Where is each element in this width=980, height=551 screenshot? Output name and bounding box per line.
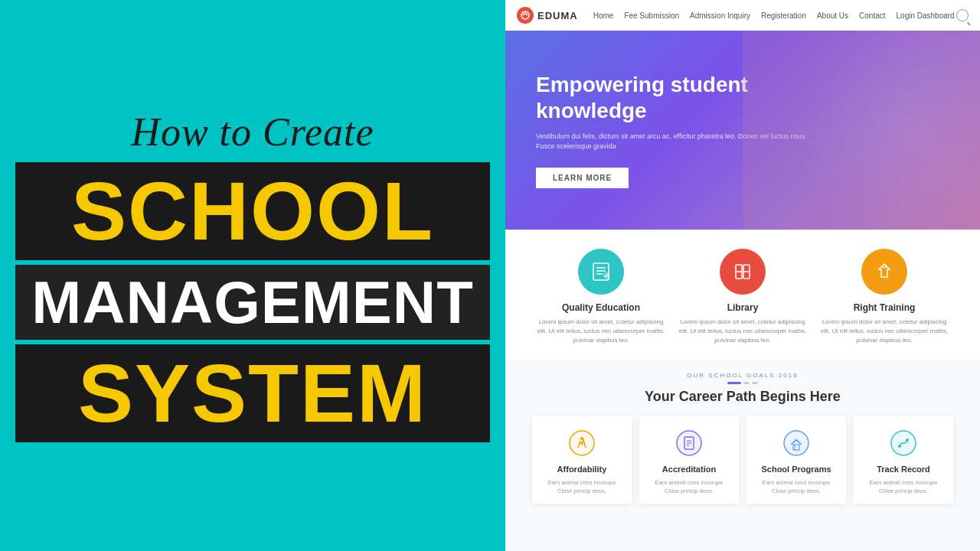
search-icon[interactable] (956, 9, 969, 21)
hero-overlay (743, 31, 980, 230)
bottom-teal-bar (0, 513, 505, 551)
nav-home[interactable]: Home (593, 11, 614, 20)
school-block: SCHOOL (15, 162, 490, 260)
nav-login[interactable]: Login Dashboard (897, 11, 955, 20)
management-block: MANAGEMENT (15, 265, 490, 340)
nav-registration[interactable]: Registeration (761, 11, 806, 20)
nav-about[interactable]: About Us (817, 11, 848, 20)
features-section: Quality Education Lorem ipsum dolor sit … (505, 230, 980, 360)
accreditation-title: Accreditation (662, 465, 716, 474)
feature-quality: Quality Education Lorem ipsum dolor sit … (536, 249, 666, 345)
affordability-title: Affordability (557, 465, 607, 474)
career-title: Your Career Path Begins Here (521, 389, 965, 405)
dot-gray2 (752, 382, 758, 384)
navbar-logo: EDUMA (517, 7, 578, 24)
career-cards: Affordability Earn animal cons incorupe … (521, 416, 965, 504)
track-record-desc: Earn animal cons incorupe Close princip … (861, 478, 946, 496)
nav-contact[interactable]: Contact (859, 11, 885, 20)
svg-point-9 (580, 437, 583, 440)
logo-text: EDUMA (537, 10, 578, 21)
svg-point-19 (906, 439, 909, 442)
accreditation-desc: Earn animal cons incorupe Close princip … (647, 478, 731, 496)
card-affordability: Affordability Earn animal cons incorupe … (532, 416, 632, 504)
training-icon (861, 249, 907, 295)
svg-point-18 (898, 445, 901, 448)
navbar: EDUMA Home Fee Submission Admission Inqu… (505, 0, 980, 31)
left-panel: How to Create SCHOOL MANAGEMENT SYSTEM (0, 0, 505, 551)
career-section: OUR SCHOOL GOALS 2019 Your Career Path B… (505, 360, 980, 551)
card-track-record: Track Record Earn animal cons incorupe C… (854, 416, 953, 504)
quality-title: Quality Education (562, 302, 640, 313)
accreditation-icon (674, 428, 704, 458)
career-dots (521, 382, 965, 384)
svg-point-7 (883, 265, 886, 268)
right-panel: EDUMA Home Fee Submission Admission Inqu… (505, 0, 980, 551)
how-to-create-text: How to Create (131, 109, 374, 155)
library-title: Library (727, 302, 759, 313)
track-record-icon (888, 428, 919, 458)
nav-fee[interactable]: Fee Submission (624, 11, 679, 20)
training-title: Right Training (854, 302, 916, 313)
career-label: OUR SCHOOL GOALS 2019 (521, 372, 965, 379)
nav-admission[interactable]: Admission Inquiry (690, 11, 750, 20)
affordability-icon (567, 428, 597, 458)
library-icon (720, 249, 766, 295)
school-programs-desc: Earn animal cons incorupe Close princip … (754, 478, 838, 496)
navbar-links: Home Fee Submission Admission Inquiry Re… (593, 11, 956, 20)
dot-gray (743, 382, 750, 384)
quality-icon (578, 249, 624, 295)
svg-point-15 (784, 431, 808, 455)
track-record-title: Track Record (877, 465, 930, 474)
system-block: SYSTEM (15, 344, 490, 442)
management-text: MANAGEMENT (31, 272, 475, 332)
card-school-programs: School Programs Earn animal cons incorup… (746, 416, 846, 504)
training-desc: Lorem ipsum dolor sit amet, cctetur adip… (819, 318, 949, 345)
system-text: SYSTEM (31, 352, 475, 435)
card-accreditation: Accreditation Earn animal cons incorupe … (639, 416, 739, 504)
dot-blue (727, 382, 741, 384)
school-programs-icon (781, 428, 812, 458)
learn-more-button[interactable]: LEARN MORE (536, 168, 629, 188)
library-desc: Lorem ipsum dolor sit amet, cctetur adip… (678, 318, 808, 345)
affordability-desc: Earn animal cons incorupe Close princip … (540, 478, 624, 496)
logo-icon (517, 7, 534, 24)
quality-desc: Lorem ipsum dolor sit amet, cctetur adip… (536, 318, 666, 345)
school-text: SCHOOL (31, 170, 475, 253)
hero-section: Empowering student knowledge Vestibulum … (505, 31, 980, 230)
school-programs-title: School Programs (761, 465, 831, 474)
feature-library: Library Lorem ipsum dolor sit amet, ccte… (678, 249, 808, 345)
feature-training: Right Training Lorem ipsum dolor sit ame… (819, 249, 949, 345)
